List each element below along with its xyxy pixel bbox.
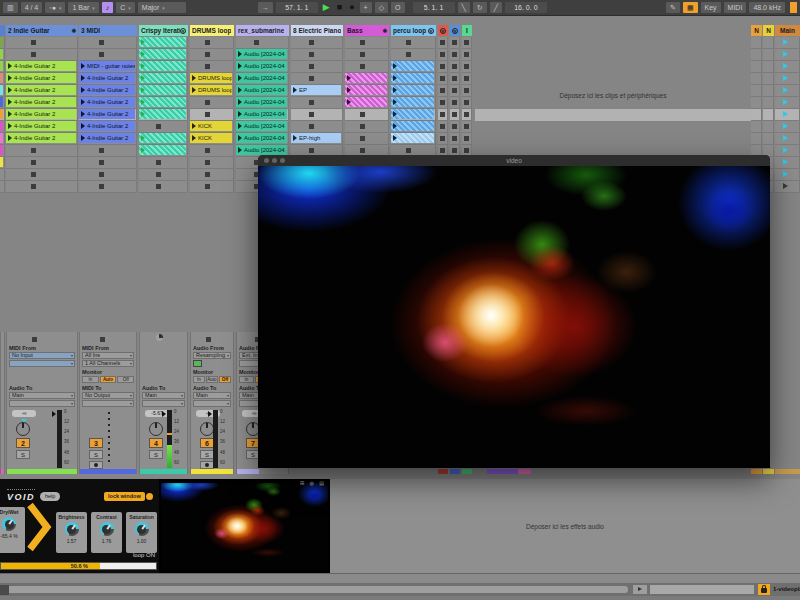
clip[interactable] [391, 61, 434, 71]
new-button[interactable]: + [360, 2, 372, 13]
track-header[interactable]: N [751, 25, 762, 36]
clip-slot[interactable] [462, 121, 472, 133]
clip-slot[interactable] [0, 121, 5, 133]
clip-stop-button[interactable] [99, 40, 104, 45]
metronome-toggle[interactable]: ◦● [45, 2, 65, 13]
routing-dropdown[interactable]: No Input [9, 352, 75, 359]
clip-slot[interactable] [763, 121, 774, 133]
clip-slot[interactable] [0, 181, 5, 193]
record-button[interactable]: ● [347, 2, 356, 13]
clip-play-icon[interactable] [192, 87, 196, 93]
clip-play-icon[interactable] [347, 87, 351, 93]
clip-slot[interactable] [291, 49, 343, 61]
clip-stop-button[interactable] [464, 112, 469, 117]
clip-stop-button[interactable] [156, 184, 161, 189]
zoom-icon[interactable] [280, 158, 285, 163]
clip-stop-button[interactable] [464, 64, 469, 69]
clip[interactable]: 4-Indie Guitar 2 [79, 133, 135, 143]
clip-slot[interactable] [139, 109, 188, 121]
track-header[interactable]: 8 Electric Piano D [291, 25, 343, 36]
clip-slot[interactable] [345, 85, 389, 97]
clip[interactable] [139, 37, 186, 47]
clip-slot[interactable] [391, 85, 436, 97]
clip-play-icon[interactable] [141, 63, 145, 69]
clip-slot[interactable]: 4-Indie Guitar 2 [79, 109, 137, 121]
pan-knob[interactable] [149, 422, 163, 436]
footer-lock-icon[interactable] [758, 584, 770, 595]
clip-stop-button[interactable] [360, 124, 365, 129]
clip-slot[interactable] [6, 181, 78, 193]
clip[interactable]: EP [291, 85, 341, 95]
clip[interactable]: KICK [190, 121, 232, 131]
clip-play-icon[interactable] [81, 63, 85, 69]
clip[interactable]: 4-Indie Guitar 2 [6, 121, 76, 131]
clip-stop-button[interactable] [31, 52, 36, 57]
clip-slot[interactable] [751, 121, 762, 133]
scene-slot[interactable] [775, 85, 800, 97]
clip-slot[interactable]: 4-Indie Guitar 2 [79, 85, 137, 97]
clip-slot[interactable] [79, 181, 137, 193]
clip-stop-button[interactable] [99, 52, 104, 57]
clip-play-icon[interactable] [81, 111, 85, 117]
routing-dropdown[interactable] [9, 400, 75, 407]
clip[interactable]: Audio [2024-04 [236, 121, 287, 131]
clip-stop-button[interactable] [205, 184, 210, 189]
clip-slot[interactable] [345, 61, 389, 73]
clip-stop-button[interactable] [309, 40, 314, 45]
scene-launch-icon[interactable] [783, 63, 788, 69]
clip-stop-button[interactable] [205, 112, 210, 117]
clip-slot[interactable] [291, 97, 343, 109]
clip-slot[interactable]: 4-Indie Guitar 2 [6, 133, 78, 145]
scene-launch-icon[interactable] [783, 171, 788, 177]
clip-play-icon[interactable] [141, 75, 145, 81]
device-activity-dot[interactable] [146, 493, 153, 500]
clip-slot[interactable] [450, 73, 460, 85]
overload-indicator[interactable] [790, 2, 797, 13]
scene-launch-icon[interactable] [783, 183, 788, 189]
clip[interactable]: EP-high [291, 133, 341, 143]
clip-slot[interactable] [751, 73, 762, 85]
clip-stop-button[interactable] [464, 88, 469, 93]
track-header[interactable]: rex_submarine [236, 25, 289, 36]
clip-play-icon[interactable] [238, 87, 242, 93]
clip-slot[interactable] [345, 109, 389, 121]
video-window[interactable]: video [258, 155, 770, 468]
clip-slot[interactable] [391, 133, 436, 145]
clip-slot[interactable] [462, 37, 472, 49]
clip[interactable] [139, 97, 186, 107]
clip-stop-button[interactable] [99, 172, 104, 177]
clip[interactable] [345, 85, 387, 95]
clip-slot[interactable] [190, 181, 234, 193]
routing-dropdown[interactable]: No Output [82, 392, 134, 399]
track-header[interactable]: Main [775, 25, 800, 36]
scene-launch-icon[interactable] [783, 87, 788, 93]
clip-stop-button[interactable] [31, 148, 36, 153]
clip-slot[interactable] [0, 109, 5, 121]
clip-play-icon[interactable] [81, 99, 85, 105]
clip-stop-button[interactable] [440, 148, 445, 153]
clip-slot[interactable] [763, 109, 774, 121]
clip-play-icon[interactable] [393, 63, 397, 69]
clip-slot[interactable] [139, 37, 188, 49]
clip-play-icon[interactable] [81, 135, 85, 141]
clip-stop-button[interactable] [464, 136, 469, 141]
clip[interactable]: Audio [2024-04 [236, 133, 287, 143]
clip[interactable]: Audio [2024-04 [236, 61, 287, 71]
routing-dropdown[interactable]: 1 All Channels [82, 360, 134, 367]
clip-stop-button[interactable] [360, 148, 365, 153]
clip-slot[interactable] [438, 109, 448, 121]
solo-button[interactable]: S [89, 450, 103, 459]
clip-stop-button[interactable] [309, 76, 314, 81]
clip-slot[interactable] [450, 85, 460, 97]
scene-launch-icon[interactable] [783, 51, 788, 57]
clip-slot[interactable]: MIDI - guitar notes [79, 61, 137, 73]
track-activator[interactable]: 6 [200, 438, 214, 448]
clip-play-icon[interactable] [141, 51, 145, 57]
clip-play-icon[interactable] [393, 123, 397, 129]
clip-slot[interactable] [438, 61, 448, 73]
monitor-auto-button[interactable]: Auto [100, 376, 117, 383]
clip-stop-button[interactable] [452, 136, 457, 141]
clip-stop-button[interactable] [452, 112, 457, 117]
track-header[interactable]: Bass◉ [345, 25, 389, 36]
video-progress-bar[interactable]: 50.6 % [0, 562, 157, 570]
